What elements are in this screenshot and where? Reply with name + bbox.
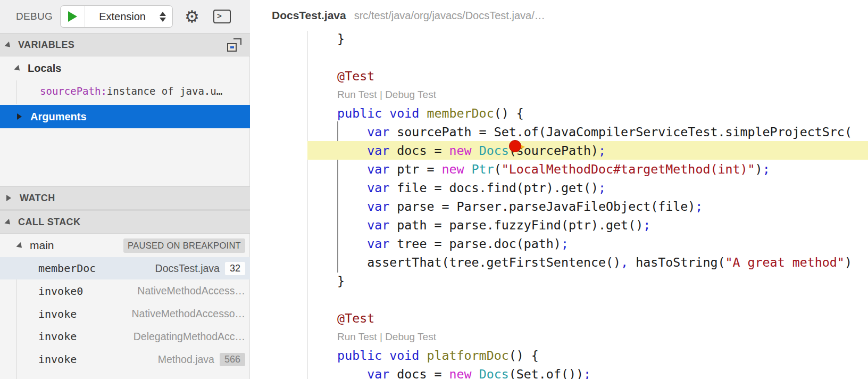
- frame-file-name: NativeMethodAccesso…: [131, 308, 245, 320]
- debug-panel-title: DEBUG: [16, 11, 53, 22]
- code-lens-separator: |: [377, 89, 386, 100]
- code-token: [307, 106, 337, 120]
- code-line[interactable]: var tree = parse.doc(path);: [307, 234, 868, 253]
- frame-function-name: invoke: [38, 308, 77, 320]
- code-lens-separator: |: [377, 331, 386, 342]
- code-lines[interactable]: } @TestRun Test | Debug Test public void…: [307, 29, 868, 379]
- code-token: ;: [583, 367, 591, 379]
- code-token: [472, 143, 479, 158]
- code-token: ,: [621, 255, 628, 269]
- stack-frame-row[interactable]: memberDocDocsTest.java32: [0, 257, 250, 279]
- frame-file-name: Method.java: [158, 353, 214, 366]
- call-stack-thread-row[interactable]: main PAUSED ON BREAKPOINT: [0, 234, 250, 257]
- code-line[interactable]: }: [307, 271, 868, 290]
- code-token: [419, 106, 427, 120]
- chevron-collapsed-icon: [17, 113, 25, 120]
- chevron-expanded-icon: [4, 41, 14, 51]
- call-stack-section-header[interactable]: CALL STACK: [0, 210, 250, 234]
- chevron-expanded-icon: [4, 218, 14, 228]
- debug-toolbar: DEBUG Extension ⚙ >: [0, 0, 250, 33]
- breadcrumb[interactable]: src/test/java/org/javacs/DocsTest.java/…: [354, 10, 545, 22]
- code-line[interactable]: assertThat(tree.getFirstSentence(), hasT…: [307, 253, 868, 271]
- code-token: var: [367, 236, 389, 251]
- variables-locals-row[interactable]: Locals: [0, 57, 250, 79]
- code-token: [307, 125, 367, 139]
- code-token: Docs: [479, 367, 509, 379]
- code-token: () {: [509, 348, 539, 362]
- code-line[interactable]: @Test: [307, 309, 868, 327]
- launch-config-label: Extension: [85, 11, 160, 23]
- dropdown-updown-icon: [160, 12, 166, 22]
- code-token: hasToString(: [628, 255, 725, 269]
- code-token: ;: [598, 180, 606, 195]
- code-lens-line: Run Test | Debug Test: [307, 327, 868, 346]
- code-line[interactable]: var ptr = new Ptr("LocalMethodDoc#target…: [307, 160, 868, 178]
- code-token: [307, 199, 367, 213]
- stack-frame-row[interactable]: invoke0NativeMethodAccess…: [0, 280, 250, 302]
- frame-file-name: DelegatingMethodAcc…: [133, 331, 245, 343]
- locals-label: Locals: [28, 62, 61, 75]
- stack-frame-row[interactable]: invokeMethod.java566: [0, 348, 250, 370]
- code-token: }: [307, 31, 345, 46]
- code-token: [464, 162, 472, 176]
- gear-icon[interactable]: ⚙: [185, 9, 199, 25]
- code-line[interactable]: [307, 48, 868, 67]
- code-token: docs =: [389, 367, 449, 379]
- variable-sourcepath-row[interactable]: sourcePath: instance of java.u…: [0, 79, 250, 103]
- code-line[interactable]: var sourcePath = Set.of(JavaCompilerServ…: [307, 122, 868, 141]
- code-line[interactable]: @Test: [307, 67, 868, 85]
- code-token: new: [449, 367, 472, 379]
- run-test-link[interactable]: Run Test: [337, 89, 377, 100]
- code-line[interactable]: public void memberDoc() {: [307, 104, 868, 122]
- code-line[interactable]: var file = docs.find(ptr).get();: [307, 178, 868, 197]
- code-token: [382, 106, 389, 120]
- code-token: public: [337, 348, 382, 362]
- variables-arguments-row[interactable]: Arguments: [0, 105, 250, 128]
- code-token: "LocalMethodDoc#targetMethod(int)": [502, 162, 755, 176]
- current-execution-line[interactable]: var docs = new Docs(sourcePath);: [307, 141, 868, 160]
- code-lens-line: Run Test | Debug Test: [307, 85, 868, 104]
- arguments-label: Arguments: [30, 111, 87, 123]
- code-token: @Test: [307, 311, 374, 325]
- variables-section-header[interactable]: VARIABLES: [0, 33, 250, 56]
- frame-line-badge: 566: [220, 353, 245, 366]
- code-line[interactable]: [307, 290, 868, 309]
- code-token: "A great method": [725, 255, 844, 269]
- collapse-all-icon[interactable]: [227, 38, 241, 52]
- code-token: [472, 367, 479, 379]
- debug-test-link[interactable]: Debug Test: [385, 331, 436, 342]
- code-line[interactable]: public void platformDoc() {: [307, 346, 868, 365]
- code-token: [307, 143, 367, 158]
- frame-line-badge: 32: [225, 262, 245, 275]
- watch-section-header[interactable]: WATCH: [0, 186, 250, 210]
- frame-file-name: NativeMethodAccess…: [137, 285, 245, 297]
- code-line[interactable]: var path = parse.fuzzyFind(ptr).get();: [307, 216, 868, 234]
- breakpoint-paused-icon[interactable]: [508, 138, 530, 155]
- code-token: var: [367, 180, 389, 195]
- code-token: [307, 348, 337, 362]
- play-icon: [68, 11, 77, 22]
- code-token: ): [755, 162, 763, 176]
- open-console-icon[interactable]: >: [213, 10, 231, 23]
- code-line[interactable]: var docs = new Docs(Set.of());: [307, 365, 868, 379]
- debug-sidebar: DEBUG Extension ⚙ > VARIABLES Locals sou…: [0, 0, 250, 379]
- stack-frame-row[interactable]: invokeDelegatingMethodAcc…: [0, 325, 250, 348]
- code-token: void: [389, 348, 419, 362]
- stack-frame-row[interactable]: invokeNativeMethodAccesso…: [0, 303, 250, 325]
- code-line[interactable]: var parse = Parser.parseJavaFileObject(f…: [307, 197, 868, 216]
- code-token: ;: [643, 218, 650, 232]
- file-name: DocsTest.java: [272, 9, 346, 22]
- launch-config-dropdown[interactable]: Extension: [60, 5, 173, 28]
- code-line[interactable]: }: [307, 29, 868, 48]
- chevron-collapsed-icon: [6, 195, 14, 201]
- frame-function-name: invoke: [38, 330, 77, 343]
- code-token: (Set.of()): [509, 367, 583, 379]
- code-token: ;: [763, 162, 770, 176]
- code-token: [307, 236, 367, 251]
- start-debug-button[interactable]: [61, 6, 85, 27]
- code-token: Ptr: [472, 162, 494, 176]
- run-test-link[interactable]: Run Test: [337, 331, 377, 342]
- code-token: ;: [598, 143, 606, 158]
- code-token: ;: [561, 236, 569, 251]
- debug-test-link[interactable]: Debug Test: [385, 89, 436, 100]
